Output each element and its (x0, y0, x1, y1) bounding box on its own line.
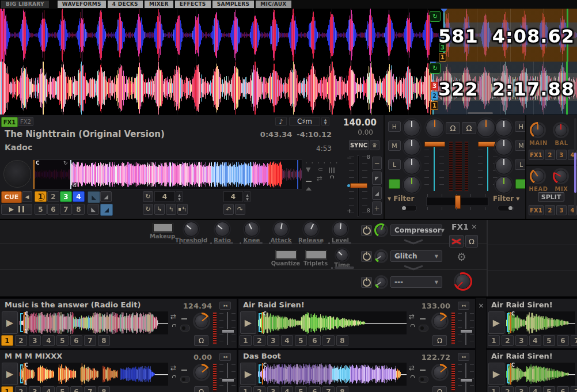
gain-knob-left[interactable] (426, 119, 444, 137)
tab-mixer[interactable]: MIXER (145, 1, 173, 8)
sampler-pad-4[interactable]: 4 (281, 335, 293, 346)
sampler-pad-2[interactable]: 2 (502, 335, 514, 346)
eq-low-kill-left[interactable]: L (388, 159, 401, 170)
slip-mode-icon[interactable]: ▼ (306, 166, 310, 173)
sampler-2-eject-icon[interactable] (420, 314, 426, 325)
sampler-5-eject-icon[interactable] (420, 365, 426, 376)
sampler-pad-5[interactable]: 5 (543, 335, 555, 346)
sampler-6-play-button[interactable]: ▶ (488, 363, 504, 385)
tab-big-library[interactable]: BIG LIBRARY (1, 1, 49, 8)
jump-to-start-button[interactable]: ◀ (22, 191, 32, 202)
fx-headphone-button[interactable]: Ω (465, 235, 478, 248)
main-fx3-button[interactable]: 3 (556, 150, 567, 160)
hotcue-marker-1[interactable]: 1 (439, 53, 446, 62)
sampler-pad-6[interactable]: 6 (557, 386, 569, 392)
sampler-2-sync-button[interactable]: ▸◂ (458, 302, 469, 310)
sampler-pad-3[interactable]: 3 (267, 386, 279, 392)
sampler-5-play-button[interactable]: ▶ (240, 363, 256, 385)
attack-knob[interactable] (274, 222, 288, 237)
gain-knob-right[interactable] (477, 119, 495, 137)
rating-dots[interactable]: •••••• (305, 161, 339, 165)
sampler-pad-2[interactable]: 2 (253, 335, 265, 346)
sampler-pad-4[interactable]: 4 (43, 386, 55, 392)
overview-waveform[interactable]: C ↻ 4 (33, 159, 302, 189)
sampler-5-headphone-button[interactable]: Ω (432, 386, 447, 392)
sampler-1-gain-knob[interactable] (193, 313, 210, 330)
tab-mic-aux[interactable]: MIC/AUX (256, 1, 291, 8)
loop-active-icon-b[interactable]: ↻ (430, 63, 441, 74)
sampler-pad-6[interactable]: 6 (309, 386, 321, 392)
volume-fader-handle-left[interactable] (424, 142, 445, 147)
eq-high-knob-left[interactable] (403, 119, 420, 136)
intro-start-button[interactable]: ◣ (88, 191, 100, 203)
sampler-4-waveform[interactable]: C 1 (20, 363, 168, 386)
sync-leader-button[interactable]: ♛ (370, 140, 379, 150)
loop-out-button[interactable]: ↳ (154, 204, 165, 215)
eject-icon[interactable] (306, 176, 312, 187)
sampler-4-play-button[interactable]: ▶ (2, 363, 18, 385)
head-fx3-button[interactable]: 3 (556, 205, 567, 215)
sampler-pad-4[interactable]: 4 (43, 335, 55, 346)
hotcue-pad-6[interactable]: 6 (47, 204, 59, 215)
eq-mid-knob-right[interactable] (495, 138, 513, 155)
filter-toggle-left[interactable] (401, 205, 417, 211)
beatjump-back-button[interactable]: ↶ (223, 204, 234, 215)
sampler-5-volume-fader[interactable] (458, 363, 474, 392)
head-fx2-button[interactable]: 2 (545, 205, 555, 215)
waveform-scrollbar[interactable] (468, 112, 493, 114)
sampler-5-volume-handle[interactable] (460, 378, 473, 382)
sampler-pad-5[interactable]: 5 (295, 335, 307, 346)
sampler-pad-2[interactable]: 2 (15, 335, 27, 346)
filter-selector-left[interactable]: ▼ Filter (388, 195, 414, 203)
nudge-back-button[interactable]: ◤ (372, 172, 382, 185)
waveform-deck-a[interactable]: ↻ 4 3 1 581 4:08.62 (0, 9, 577, 62)
volume-fader-right[interactable] (478, 140, 498, 192)
repeat-icon[interactable]: ⇄ (317, 174, 322, 182)
sampler-pad-4[interactable]: 4 (281, 386, 293, 392)
sampler-pad-2[interactable]: 2 (253, 386, 265, 392)
beatgrid-icon[interactable] (329, 168, 335, 173)
sampler-splitter[interactable]: × (476, 298, 486, 392)
hotcue-pad-2[interactable]: 2 (47, 191, 59, 202)
sampler-2-repeat-icon[interactable]: ⇄ (409, 313, 415, 321)
loop-size-spinner[interactable]: ▲▼ (176, 191, 183, 202)
balance-knob[interactable] (553, 122, 569, 138)
sampler-5-repeat-icon[interactable]: ⇄ (409, 364, 415, 372)
sampler-pad-3[interactable]: 3 (515, 335, 527, 346)
makeup-button[interactable] (153, 223, 173, 232)
pitch-fader-handle[interactable] (350, 183, 367, 188)
beatjump-size-spinner[interactable]: ▲▼ (244, 191, 251, 202)
filter-selector-right[interactable]: Filter ▼ (493, 195, 519, 203)
sampler-pad-5[interactable]: 5 (295, 386, 307, 392)
quick-effect-knob-right[interactable] (495, 176, 513, 193)
headphone-gain-knob[interactable] (530, 168, 546, 184)
sampler-1-mode-toggle[interactable] (180, 325, 190, 332)
fx-super-knob[interactable] (454, 272, 472, 291)
sampler-1-headphone-button[interactable]: Ω (194, 335, 208, 346)
hotcue-marker-3b[interactable]: 3 (431, 82, 438, 90)
tab-waveforms[interactable]: WAVEFORMS (58, 1, 106, 8)
headphone-cue-left[interactable]: Ω (446, 122, 460, 134)
sampler-1-waveform[interactable]: C 1 (20, 311, 168, 334)
sampler-3-play-button[interactable]: ▶ (488, 311, 504, 334)
sampler-4-eject-icon[interactable] (181, 365, 187, 376)
sampler-pad-6[interactable]: 6 (557, 335, 569, 346)
sampler-pad-8[interactable]: 8 (98, 335, 110, 346)
sampler-pad-5[interactable]: 5 (543, 386, 555, 392)
head-fx1-button[interactable]: FX1 (529, 205, 544, 215)
sampler-pad-8[interactable]: 8 (98, 386, 110, 392)
fx-unit-close-icon[interactable]: × (471, 222, 477, 231)
loop-in-button[interactable]: ↰ (166, 204, 176, 215)
sampler-4-volume-handle[interactable] (222, 378, 234, 382)
sampler-pad-7[interactable]: 7 (571, 335, 577, 346)
fx-crossfader-disable-button[interactable] (449, 235, 464, 248)
time-knob[interactable] (336, 249, 348, 261)
hotcue-pad-4[interactable]: 4 (73, 191, 85, 202)
sampler-2-headphone-button[interactable]: Ω (432, 335, 447, 346)
reloop-button[interactable]: ↻ (143, 204, 153, 215)
hotcue-pad-1[interactable]: 1 (35, 191, 47, 202)
sampler-4-volume-fader[interactable] (219, 363, 236, 392)
slot3-effect-select[interactable]: --- ▼ (390, 276, 442, 288)
loop-anchor-button[interactable]: ↰ (177, 204, 188, 215)
slot2-effect-select[interactable]: Glitch ▼ (390, 250, 442, 262)
